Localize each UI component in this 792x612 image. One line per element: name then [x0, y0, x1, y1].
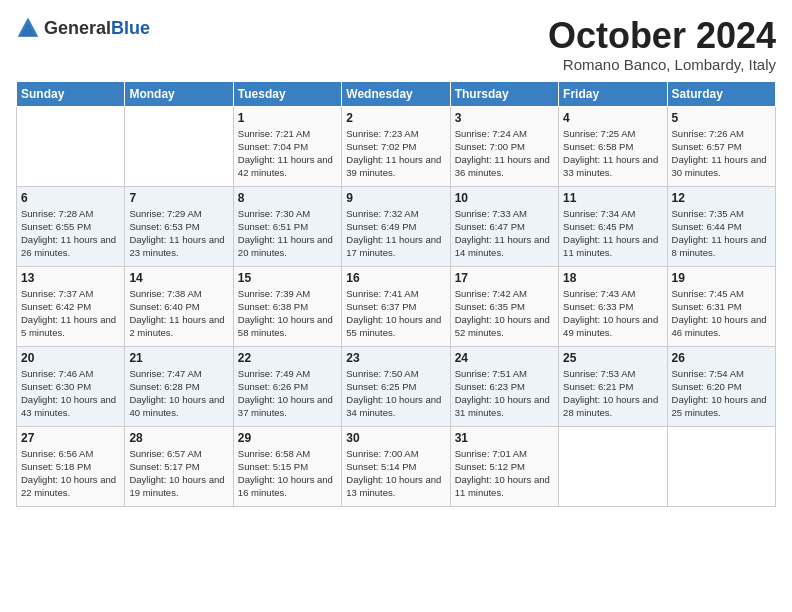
day-number: 2 [346, 111, 445, 125]
day-header-thursday: Thursday [450, 81, 558, 106]
cell-content: Sunrise: 6:56 AM Sunset: 5:18 PM Dayligh… [21, 447, 120, 500]
day-number: 4 [563, 111, 662, 125]
calendar-cell: 14Sunrise: 7:38 AM Sunset: 6:40 PM Dayli… [125, 266, 233, 346]
day-number: 27 [21, 431, 120, 445]
calendar-table: SundayMondayTuesdayWednesdayThursdayFrid… [16, 81, 776, 507]
cell-content: Sunrise: 7:23 AM Sunset: 7:02 PM Dayligh… [346, 127, 445, 180]
day-number: 25 [563, 351, 662, 365]
calendar-week-row: 27Sunrise: 6:56 AM Sunset: 5:18 PM Dayli… [17, 426, 776, 506]
calendar-header-row: SundayMondayTuesdayWednesdayThursdayFrid… [17, 81, 776, 106]
calendar-cell: 19Sunrise: 7:45 AM Sunset: 6:31 PM Dayli… [667, 266, 775, 346]
day-number: 18 [563, 271, 662, 285]
cell-content: Sunrise: 7:42 AM Sunset: 6:35 PM Dayligh… [455, 287, 554, 340]
title-block: October 2024 Romano Banco, Lombardy, Ita… [548, 16, 776, 73]
calendar-cell [125, 106, 233, 186]
day-header-monday: Monday [125, 81, 233, 106]
day-number: 1 [238, 111, 337, 125]
day-number: 31 [455, 431, 554, 445]
day-number: 17 [455, 271, 554, 285]
cell-content: Sunrise: 7:54 AM Sunset: 6:20 PM Dayligh… [672, 367, 771, 420]
cell-content: Sunrise: 7:01 AM Sunset: 5:12 PM Dayligh… [455, 447, 554, 500]
calendar-cell: 17Sunrise: 7:42 AM Sunset: 6:35 PM Dayli… [450, 266, 558, 346]
cell-content: Sunrise: 7:26 AM Sunset: 6:57 PM Dayligh… [672, 127, 771, 180]
calendar-cell: 20Sunrise: 7:46 AM Sunset: 6:30 PM Dayli… [17, 346, 125, 426]
calendar-cell [667, 426, 775, 506]
day-number: 29 [238, 431, 337, 445]
cell-content: Sunrise: 7:29 AM Sunset: 6:53 PM Dayligh… [129, 207, 228, 260]
cell-content: Sunrise: 7:46 AM Sunset: 6:30 PM Dayligh… [21, 367, 120, 420]
day-header-sunday: Sunday [17, 81, 125, 106]
cell-content: Sunrise: 7:50 AM Sunset: 6:25 PM Dayligh… [346, 367, 445, 420]
day-header-tuesday: Tuesday [233, 81, 341, 106]
day-number: 11 [563, 191, 662, 205]
cell-content: Sunrise: 7:47 AM Sunset: 6:28 PM Dayligh… [129, 367, 228, 420]
cell-content: Sunrise: 7:51 AM Sunset: 6:23 PM Dayligh… [455, 367, 554, 420]
month-title: October 2024 [548, 16, 776, 56]
calendar-week-row: 6Sunrise: 7:28 AM Sunset: 6:55 PM Daylig… [17, 186, 776, 266]
calendar-cell [17, 106, 125, 186]
cell-content: Sunrise: 7:38 AM Sunset: 6:40 PM Dayligh… [129, 287, 228, 340]
calendar-cell: 30Sunrise: 7:00 AM Sunset: 5:14 PM Dayli… [342, 426, 450, 506]
day-number: 9 [346, 191, 445, 205]
calendar-cell: 7Sunrise: 7:29 AM Sunset: 6:53 PM Daylig… [125, 186, 233, 266]
calendar-week-row: 20Sunrise: 7:46 AM Sunset: 6:30 PM Dayli… [17, 346, 776, 426]
calendar-cell: 3Sunrise: 7:24 AM Sunset: 7:00 PM Daylig… [450, 106, 558, 186]
day-number: 14 [129, 271, 228, 285]
logo-icon [16, 16, 40, 40]
cell-content: Sunrise: 7:53 AM Sunset: 6:21 PM Dayligh… [563, 367, 662, 420]
calendar-cell: 6Sunrise: 7:28 AM Sunset: 6:55 PM Daylig… [17, 186, 125, 266]
page-header: GeneralBlue October 2024 Romano Banco, L… [16, 16, 776, 73]
calendar-cell: 26Sunrise: 7:54 AM Sunset: 6:20 PM Dayli… [667, 346, 775, 426]
day-number: 12 [672, 191, 771, 205]
cell-content: Sunrise: 7:43 AM Sunset: 6:33 PM Dayligh… [563, 287, 662, 340]
day-number: 21 [129, 351, 228, 365]
calendar-cell: 1Sunrise: 7:21 AM Sunset: 7:04 PM Daylig… [233, 106, 341, 186]
day-header-friday: Friday [559, 81, 667, 106]
calendar-cell [559, 426, 667, 506]
day-header-saturday: Saturday [667, 81, 775, 106]
calendar-cell: 12Sunrise: 7:35 AM Sunset: 6:44 PM Dayli… [667, 186, 775, 266]
calendar-cell: 15Sunrise: 7:39 AM Sunset: 6:38 PM Dayli… [233, 266, 341, 346]
day-number: 26 [672, 351, 771, 365]
day-number: 19 [672, 271, 771, 285]
day-number: 16 [346, 271, 445, 285]
logo: GeneralBlue [16, 16, 150, 40]
cell-content: Sunrise: 7:24 AM Sunset: 7:00 PM Dayligh… [455, 127, 554, 180]
cell-content: Sunrise: 7:41 AM Sunset: 6:37 PM Dayligh… [346, 287, 445, 340]
cell-content: Sunrise: 7:00 AM Sunset: 5:14 PM Dayligh… [346, 447, 445, 500]
calendar-cell: 16Sunrise: 7:41 AM Sunset: 6:37 PM Dayli… [342, 266, 450, 346]
calendar-cell: 2Sunrise: 7:23 AM Sunset: 7:02 PM Daylig… [342, 106, 450, 186]
day-number: 7 [129, 191, 228, 205]
cell-content: Sunrise: 7:37 AM Sunset: 6:42 PM Dayligh… [21, 287, 120, 340]
cell-content: Sunrise: 7:32 AM Sunset: 6:49 PM Dayligh… [346, 207, 445, 260]
cell-content: Sunrise: 7:45 AM Sunset: 6:31 PM Dayligh… [672, 287, 771, 340]
calendar-cell: 18Sunrise: 7:43 AM Sunset: 6:33 PM Dayli… [559, 266, 667, 346]
day-number: 8 [238, 191, 337, 205]
day-number: 20 [21, 351, 120, 365]
day-number: 13 [21, 271, 120, 285]
cell-content: Sunrise: 6:57 AM Sunset: 5:17 PM Dayligh… [129, 447, 228, 500]
location-title: Romano Banco, Lombardy, Italy [548, 56, 776, 73]
calendar-cell: 25Sunrise: 7:53 AM Sunset: 6:21 PM Dayli… [559, 346, 667, 426]
cell-content: Sunrise: 7:30 AM Sunset: 6:51 PM Dayligh… [238, 207, 337, 260]
day-number: 28 [129, 431, 228, 445]
calendar-cell: 9Sunrise: 7:32 AM Sunset: 6:49 PM Daylig… [342, 186, 450, 266]
cell-content: Sunrise: 7:33 AM Sunset: 6:47 PM Dayligh… [455, 207, 554, 260]
day-number: 30 [346, 431, 445, 445]
day-number: 22 [238, 351, 337, 365]
calendar-cell: 5Sunrise: 7:26 AM Sunset: 6:57 PM Daylig… [667, 106, 775, 186]
calendar-cell: 22Sunrise: 7:49 AM Sunset: 6:26 PM Dayli… [233, 346, 341, 426]
calendar-cell: 11Sunrise: 7:34 AM Sunset: 6:45 PM Dayli… [559, 186, 667, 266]
calendar-cell: 21Sunrise: 7:47 AM Sunset: 6:28 PM Dayli… [125, 346, 233, 426]
day-number: 3 [455, 111, 554, 125]
cell-content: Sunrise: 7:25 AM Sunset: 6:58 PM Dayligh… [563, 127, 662, 180]
cell-content: Sunrise: 7:34 AM Sunset: 6:45 PM Dayligh… [563, 207, 662, 260]
calendar-week-row: 1Sunrise: 7:21 AM Sunset: 7:04 PM Daylig… [17, 106, 776, 186]
day-number: 5 [672, 111, 771, 125]
calendar-cell: 4Sunrise: 7:25 AM Sunset: 6:58 PM Daylig… [559, 106, 667, 186]
calendar-cell: 29Sunrise: 6:58 AM Sunset: 5:15 PM Dayli… [233, 426, 341, 506]
calendar-cell: 24Sunrise: 7:51 AM Sunset: 6:23 PM Dayli… [450, 346, 558, 426]
day-number: 24 [455, 351, 554, 365]
cell-content: Sunrise: 6:58 AM Sunset: 5:15 PM Dayligh… [238, 447, 337, 500]
calendar-cell: 27Sunrise: 6:56 AM Sunset: 5:18 PM Dayli… [17, 426, 125, 506]
